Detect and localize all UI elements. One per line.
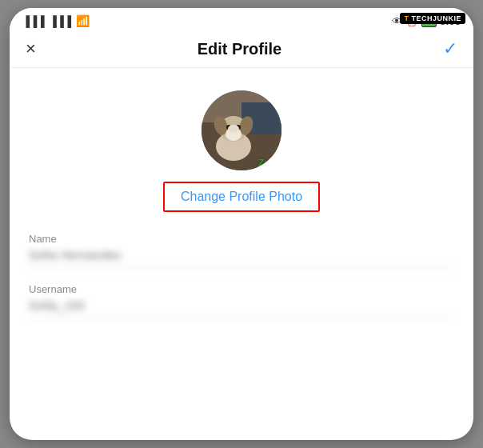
username-value[interactable]: Sofia_193 (29, 298, 454, 319)
name-label: Name (29, 233, 454, 245)
page-title: Edit Profile (198, 40, 282, 58)
name-field: Name Sofia Hernandez (29, 233, 454, 269)
change-photo-button[interactable]: Change Profile Photo (163, 182, 320, 212)
brand-name: TECHJUNKIE (411, 14, 461, 22)
wifi-icon: 📶 (76, 14, 90, 27)
username-field: Username Sofia_193 (29, 283, 454, 319)
close-button[interactable]: × (26, 40, 36, 58)
brand-badge: T TECHJUNKIE (400, 13, 465, 24)
brand-letter: T (404, 14, 409, 22)
avatar-label: Zoie (258, 158, 277, 167)
profile-section: Zoie Change Profile Photo (10, 68, 473, 225)
form-section: Name Sofia Hernandez Username Sofia_193 (10, 225, 473, 330)
svg-point-11 (228, 125, 239, 133)
status-left: ▐▐▐ ▐▐▐ 📶 (22, 14, 90, 27)
phone-frame: T TECHJUNKIE ▐▐▐ ▐▐▐ 📶 👁 ⏰ 40 5:03 × Edi… (10, 8, 473, 440)
name-value[interactable]: Sofia Hernandez (29, 248, 454, 269)
confirm-button[interactable]: ✓ (443, 38, 457, 59)
top-nav: × Edit Profile ✓ (10, 30, 473, 68)
signal2-icon: ▐▐▐ (50, 15, 72, 27)
avatar[interactable]: Zoie (202, 90, 281, 170)
username-label: Username (29, 283, 454, 295)
signal1-icon: ▐▐▐ (22, 15, 45, 27)
